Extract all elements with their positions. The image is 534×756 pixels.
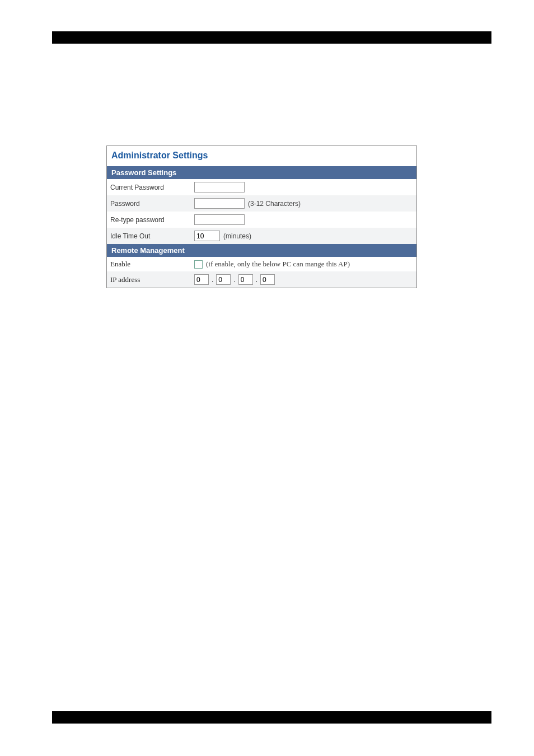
row-idle-timeout: Idle Time Out (minutes) [107, 228, 416, 244]
idle-timeout-input[interactable] [194, 231, 220, 241]
enable-checkbox[interactable] [194, 260, 203, 269]
row-retype-password: Re-type password [107, 212, 416, 228]
row-enable: Enable (if enable, only the below PC can… [107, 257, 416, 271]
password-hint: (3-12 Characters) [248, 200, 301, 208]
ip-octet-3-input[interactable] [238, 274, 253, 285]
remote-management-header: Remote Management [107, 244, 416, 257]
password-label: Password [110, 200, 194, 208]
current-password-label: Current Password [110, 184, 194, 191]
ip-octet-4-input[interactable] [260, 274, 275, 285]
row-ip-address: IP address . . . [107, 271, 416, 288]
ip-separator-dot: . [233, 276, 236, 284]
ip-address-label: IP address [110, 275, 194, 284]
administrator-settings-panel: Administrator Settings Password Settings… [106, 145, 417, 288]
ip-separator-dot: . [255, 276, 258, 284]
idle-timeout-hint: (minutes) [223, 232, 251, 240]
bottom-black-bar [52, 711, 491, 724]
ip-octet-1-input[interactable] [194, 274, 209, 285]
top-black-bar [52, 31, 491, 44]
enable-label: Enable [110, 260, 194, 269]
current-password-input[interactable] [194, 182, 245, 192]
ip-octet-2-input[interactable] [216, 274, 231, 285]
ip-separator-dot: . [211, 276, 214, 284]
panel-title: Administrator Settings [107, 146, 416, 166]
password-input[interactable] [194, 198, 245, 209]
enable-hint: (if enable, only the below PC can mange … [206, 260, 350, 269]
retype-password-input[interactable] [194, 214, 245, 225]
password-settings-header: Password Settings [107, 166, 416, 179]
row-password: Password (3-12 Characters) [107, 195, 416, 212]
retype-password-label: Re-type password [110, 216, 194, 224]
row-current-password: Current Password [107, 179, 416, 195]
idle-timeout-label: Idle Time Out [110, 232, 194, 240]
